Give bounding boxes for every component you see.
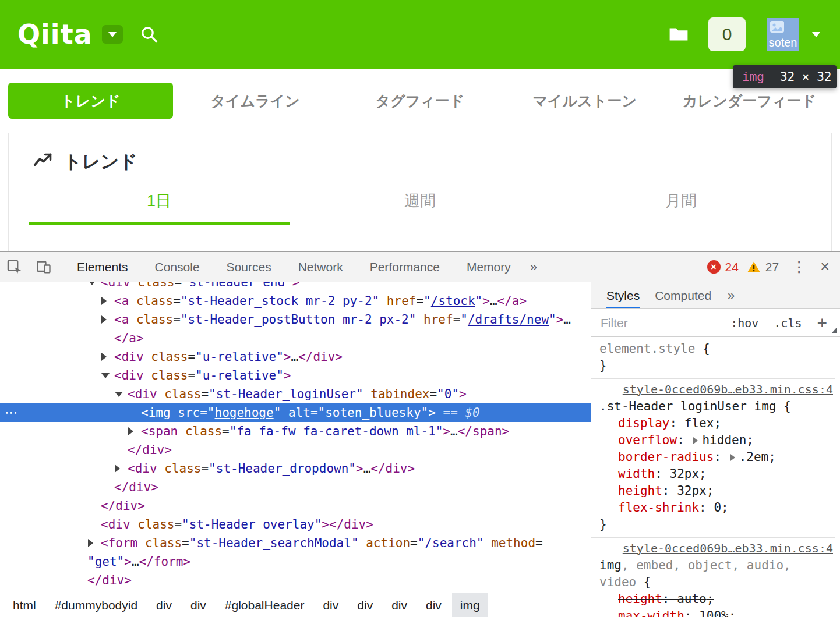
css-property[interactable]: width: 32px; (599, 466, 835, 483)
tree-line[interactable]: </a> (0, 329, 591, 347)
nav-tab-tag-feed[interactable]: タグフィード (338, 91, 503, 111)
stylesheet-link[interactable]: style-0cced069b…eb33.min.css:4 (623, 382, 833, 396)
tree-line[interactable]: <span class="fa fa-fw fa-caret-down ml-1… (0, 422, 591, 441)
crumb-div[interactable]: div (148, 593, 180, 617)
folder-icon[interactable] (669, 26, 689, 42)
crumb-globalHeader[interactable]: #globalHeader (217, 593, 313, 617)
devtools-tab-elements[interactable]: Elements (63, 252, 142, 282)
styles-tab-styles[interactable]: Styles (606, 282, 640, 308)
collapse-arrow-icon[interactable] (115, 392, 123, 397)
new-rule-caret-icon[interactable] (832, 328, 837, 333)
device-toolbar-icon[interactable] (29, 259, 58, 275)
tree-line[interactable]: </div> (0, 478, 591, 497)
css-property[interactable]: max-width: 100%; (599, 608, 835, 617)
devtools-close-icon[interactable]: × (816, 258, 840, 276)
expand-value-icon[interactable] (693, 437, 698, 444)
tree-line[interactable]: <a class="st-Header_postButton mr-2 px-2… (0, 310, 591, 329)
class-toggle[interactable]: .cls (774, 316, 802, 330)
inspect-tooltip: img 32 × 32 (733, 65, 837, 88)
tree-line[interactable]: <div class="u-relative">…</div> (0, 347, 591, 366)
css-property[interactable]: flex-shrink: 0; (599, 499, 835, 516)
styles-body: element.style {}style-0cced069b…eb33.min… (591, 337, 840, 617)
qiita-logo[interactable]: Qiita (17, 19, 93, 50)
rule-selector[interactable]: img, embed, object, audio, video { (599, 557, 804, 591)
styles-sidebar: StylesComputed » :hov .cls + element.sty… (591, 282, 840, 617)
crumb-div[interactable]: div (182, 593, 214, 617)
tree-line[interactable]: <form class="st-Header_searchModal" acti… (0, 534, 591, 552)
inspect-element-icon[interactable] (0, 259, 29, 275)
crumb-img[interactable]: img (452, 593, 488, 617)
expand-arrow-icon[interactable] (101, 353, 107, 361)
expand-arrow-icon[interactable] (101, 315, 107, 324)
devtools-tab-memory[interactable]: Memory (453, 252, 524, 282)
devtools-tab-console[interactable]: Console (142, 252, 213, 282)
rule-selector[interactable]: .st-Header_loginUser img { (599, 398, 804, 415)
tree-line[interactable]: <div class="st-Header_overlay"></div> (0, 515, 591, 534)
stylesheet-link[interactable]: style-0cced069b…eb33.min.css:4 (623, 541, 833, 555)
collapse-arrow-icon[interactable] (101, 373, 110, 378)
devtools-menu-icon[interactable]: ⋮ (782, 258, 816, 275)
trend-subtab-monthly[interactable]: 月間 (550, 190, 811, 225)
more-actions-icon[interactable]: ⋯ (5, 403, 17, 422)
expand-value-icon[interactable] (730, 454, 735, 461)
css-property[interactable]: height: auto; (599, 591, 835, 608)
crumb-div[interactable]: div (349, 593, 381, 617)
logo-dropdown-button[interactable] (102, 25, 123, 44)
style-rule: style-0cced069b…eb33.min.css:4.st-Header… (591, 378, 835, 534)
crumb-div[interactable]: div (383, 593, 415, 617)
toolbar-divider (61, 258, 61, 276)
trend-title: トレンド (63, 150, 137, 174)
styles-more-chevron[interactable]: » (728, 288, 735, 303)
warning-icon[interactable] (747, 260, 761, 274)
styles-tab-computed[interactable]: Computed (655, 282, 711, 308)
rule-selector[interactable]: element.style { (599, 341, 804, 357)
devtools-panel: ElementsConsoleSourcesNetworkPerformance… (0, 251, 840, 617)
devtools-tabs: ElementsConsoleSourcesNetworkPerformance… (63, 252, 524, 282)
expand-arrow-icon[interactable] (115, 464, 120, 473)
tree-line[interactable]: </div> (0, 497, 591, 515)
tree-line[interactable]: <a class="st-Header_stock mr-2 py-2" hre… (0, 292, 591, 310)
user-menu-caret-icon[interactable] (812, 32, 820, 37)
tree-line[interactable]: "get">…</form> (0, 552, 591, 571)
error-icon[interactable]: × (707, 260, 721, 274)
styles-tabs: StylesComputed » (591, 282, 840, 309)
expand-arrow-icon[interactable] (101, 297, 107, 305)
expand-arrow-icon[interactable] (88, 539, 93, 547)
crumb-div[interactable]: div (315, 593, 347, 617)
nav-tab-milestone[interactable]: マイルストーン (502, 91, 667, 111)
nav-tab-trend[interactable]: トレンド (8, 83, 173, 119)
tree-line[interactable]: <div class="u-relative"> (0, 366, 591, 385)
tree-line-selected[interactable]: ⋯<img src="hogehoge" alt="soten_bluesky"… (0, 403, 591, 422)
collapse-arrow-icon[interactable] (88, 282, 96, 285)
new-style-rule-button[interactable]: + (817, 313, 827, 333)
user-avatar[interactable]: soten (767, 18, 799, 51)
tree-line[interactable]: <div class="st-Header_loginUser" tabinde… (0, 385, 591, 403)
css-property[interactable]: height: 32px; (599, 483, 835, 499)
error-count: 24 (725, 260, 739, 274)
devtools-tab-sources[interactable]: Sources (213, 252, 285, 282)
crumb-div[interactable]: div (418, 593, 450, 617)
tree-line[interactable]: </div> (0, 571, 591, 590)
tree-line[interactable]: <div class="st-Header_end"> (0, 282, 591, 292)
expand-arrow-icon[interactable] (128, 427, 133, 435)
trend-subtab-weekly[interactable]: 週間 (290, 190, 550, 225)
tooltip-tag-name: img (742, 70, 764, 84)
crumb-dummybodyid[interactable]: #dummybodyid (47, 593, 146, 617)
nav-tab-timeline[interactable]: タイムライン (173, 91, 338, 111)
css-property[interactable]: border-radius: .2em; (599, 449, 835, 466)
css-property[interactable]: overflow: hidden; (599, 432, 835, 449)
breadcrumb: html#dummybodyiddivdiv#globalHeaderdivdi… (0, 593, 591, 617)
devtools-tab-network[interactable]: Network (285, 252, 357, 282)
pseudo-class-toggle[interactable]: :hov (730, 316, 758, 330)
devtools-tab-performance[interactable]: Performance (357, 252, 453, 282)
more-tabs-chevron[interactable]: » (524, 260, 543, 275)
tree-line[interactable]: </div> (0, 441, 591, 459)
crumb-html[interactable]: html (5, 593, 44, 617)
trend-subtab-daily[interactable]: 1日 (29, 190, 290, 225)
search-icon[interactable] (140, 26, 158, 43)
stock-count-badge[interactable]: 0 (708, 17, 746, 51)
styles-filter-input[interactable] (601, 316, 694, 330)
nav-tab-calendar-feed[interactable]: カレンダーフィード (667, 91, 832, 111)
tree-line[interactable]: <div class="st-Header_dropdown">…</div> (0, 459, 591, 478)
css-property[interactable]: display: flex; (599, 415, 835, 432)
